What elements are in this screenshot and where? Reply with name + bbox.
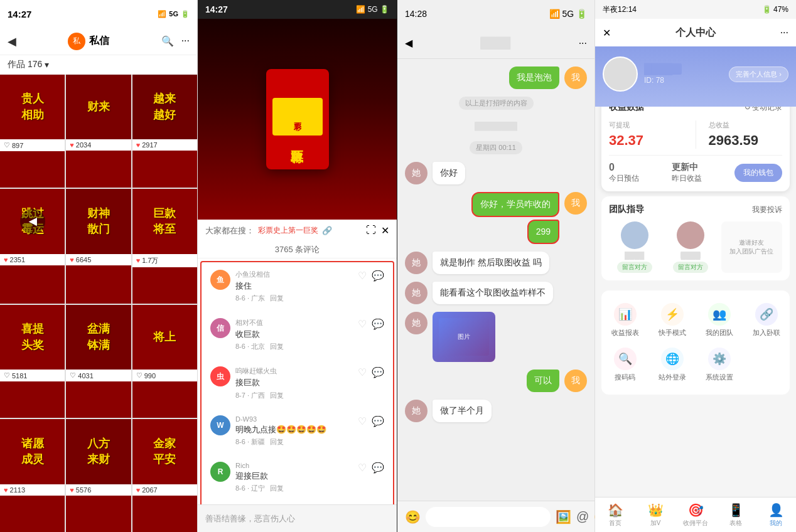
grid-item[interactable]: 金家平安 ♥2067 [132,419,197,532]
emoji-button[interactable]: 😊 [405,509,421,524]
search-code-icon: 🔍 [614,348,637,370]
profile-close-button[interactable]: ✕ [603,27,611,39]
comments-input[interactable]: 善语结善缘，恶言伤人心 [198,504,397,532]
image-content: 图片 [439,318,489,356]
chat-message-left: 她 能看看这个取图收益咋样不 [405,282,587,304]
back-button[interactable]: ◀ [8,35,16,48]
more-button[interactable]: ··· [181,35,190,47]
comment-text: 明晚九点接🤩🤩🤩🤩🤩 [235,424,353,435]
my-wallet-button[interactable]: 我的钱包 [734,164,782,182]
like-btn[interactable]: ♡ [358,270,367,282]
team-complaint-link[interactable]: 我要投诉 [752,205,782,215]
earn-available-label: 可提现 [609,120,683,130]
dislike-btn[interactable]: 💬 [372,462,384,474]
nav-home[interactable]: 🏠 首页 [595,497,635,532]
grid-item[interactable]: 八方来财 ♥5576 [66,419,131,532]
chat-message-left: 她 做了半个月 [405,400,587,422]
at-button[interactable]: @ [576,509,589,524]
comment-username: 小鱼没相信 [235,270,353,279]
nav-profile[interactable]: 👤 我的 [756,497,796,532]
dislike-btn[interactable]: 💬 [372,415,384,427]
link-icon: 🔗 [322,226,332,235]
chat-back-button[interactable]: ◀ [405,37,412,49]
earnings-report-icon: 📊 [614,303,637,326]
works-count[interactable]: 作品 176 ▾ [0,55,197,75]
chat-input[interactable] [426,507,551,527]
close-icon[interactable]: ✕ [381,225,389,237]
search-button[interactable]: 🔍 [161,35,174,47]
menu-item-fast[interactable]: ⚡ 快手模式 [648,298,696,343]
complete-profile-button[interactable]: 完善个人信息 › [729,66,788,82]
menu-item-settings[interactable]: ⚙️ 系统设置 [696,343,743,387]
menu-item-external[interactable]: 🌐 站外登录 [648,343,696,387]
nav-platform[interactable]: 🎯 收佣平台 [675,497,716,532]
video-content[interactable]: 彩票 巨款将至 [198,19,397,220]
grid-item[interactable]: 越来越好 ♥2917 [132,75,197,188]
nav-vip[interactable]: 👑 加V [635,497,675,532]
reply-btn[interactable]: 回复 [270,437,284,447]
chat-bubble: 299 [527,220,559,245]
grid-image: 财来 [66,75,131,139]
menu-label: 收益报表 [611,328,639,338]
grid-item[interactable]: ◀ 跳过霉运 ♥2351 [0,189,65,304]
comment-text: 接巨款 [235,377,353,388]
member-message-btn-2[interactable]: 留言对方 [673,262,708,273]
avatar: W [210,415,230,435]
grid-item[interactable]: 诸愿成灵 ♥2113 [0,419,65,532]
comment-item[interactable]: 虫 呜咻赶螺火虫 接巨款 8-7 · 广西回复 ♡ 💬 [202,359,393,407]
comment-item[interactable]: 信 相对不值 收巨款 8-6 · 北京回复 ♡ 💬 [202,311,393,359]
chat-image[interactable]: 图片 [433,312,495,362]
grid-item[interactable]: 盆满钵满 ♡4031 [66,305,131,418]
like-btn[interactable]: ♡ [358,415,367,427]
dislike-btn[interactable]: 💬 [372,366,384,378]
grid-likes: ♥2113 [0,484,65,496]
comment-actions: ♡ 💬 [358,318,384,351]
chat-avatar-right: 我 [564,192,587,215]
like-btn[interactable]: ♡ [358,318,367,330]
chat-avatar-left: 她 [405,282,428,304]
search-link[interactable]: 彩票史上第一巨奖 [258,225,318,236]
reply-btn[interactable]: 回复 [270,391,284,400]
chat-more-button[interactable]: ··· [579,38,587,49]
grid-item[interactable]: 喜提头奖 ♡5181 [0,305,65,418]
menu-item-team[interactable]: 👥 我的团队 [696,298,743,343]
member-avatar-2 [677,221,704,249]
heart-icon: ♥ [136,141,141,149]
reply-btn[interactable]: 回复 [270,294,284,303]
grid-likes: ♡897 [0,139,65,151]
grid-item[interactable]: 财神散门 ♥6645 [66,189,131,304]
grid-item[interactable]: 将上 ♡990 [132,305,197,418]
feed-time: 14:27 [8,9,31,19]
grid-item[interactable]: 财来 ♥2034 [66,75,131,188]
comment-item[interactable]: R Rich 迎接巨款 8-6 · 辽宁回复 ♡ 💬 [202,454,393,501]
dislike-btn[interactable]: 💬 [372,318,384,330]
comments-header: 大家都在搜： 彩票史上第一巨奖 🔗 ⛶ ✕ [198,220,397,242]
invite-area[interactable]: 邀请好友加入团队广告位 [721,221,782,273]
grid-item[interactable]: 贵人相助 ♡897 [0,75,65,188]
comment-item[interactable]: W D-W93 明晚九点接🤩🤩🤩🤩🤩 8-6 · 新疆回复 ♡ 💬 [202,408,393,454]
menu-item-earnings[interactable]: 📊 收益报表 [601,298,648,343]
grid-likes: ♥1.7万 [132,254,197,267]
grid-image: 金家平安 [132,419,197,484]
reply-btn[interactable]: 回复 [270,342,284,351]
member-message-btn-1[interactable]: 留言对方 [617,262,652,273]
comment-body: Rich 迎接巨款 8-6 · 辽宁回复 [235,462,353,493]
image-button[interactable]: 🖼️ [556,509,571,524]
nav-profile-label: 我的 [770,519,782,528]
like-btn[interactable]: ♡ [358,366,367,378]
nav-table[interactable]: 📱 表格 [716,497,756,532]
chat-avatar-left: 她 [405,162,428,184]
menu-item-join[interactable]: 🔗 加入卧联 [743,298,790,343]
profile-time: 半夜12:14 [603,4,637,15]
grid-item[interactable]: 巨款将至 ♥1.7万 [132,189,197,304]
comment-item[interactable]: 鱼 小鱼没相信 接住 8-6 · 广东回复 ♡ 💬 [202,262,393,311]
profile-more-button[interactable]: ··· [780,27,788,38]
panel-feed: 14:27 📶 5G 🔋 ◀ 私 私信 🔍 ··· 作品 176 ▾ 贵人相助 … [0,0,198,532]
dislike-btn[interactable]: 💬 [372,270,384,282]
join-network-icon: 🔗 [755,303,778,326]
expand-icon[interactable]: ⛶ [366,225,376,237]
nav-table-label: 表格 [729,519,742,528]
menu-item-search[interactable]: 🔍 搜码码 [601,343,648,387]
like-btn[interactable]: ♡ [358,462,367,474]
reply-btn[interactable]: 回复 [270,484,284,493]
